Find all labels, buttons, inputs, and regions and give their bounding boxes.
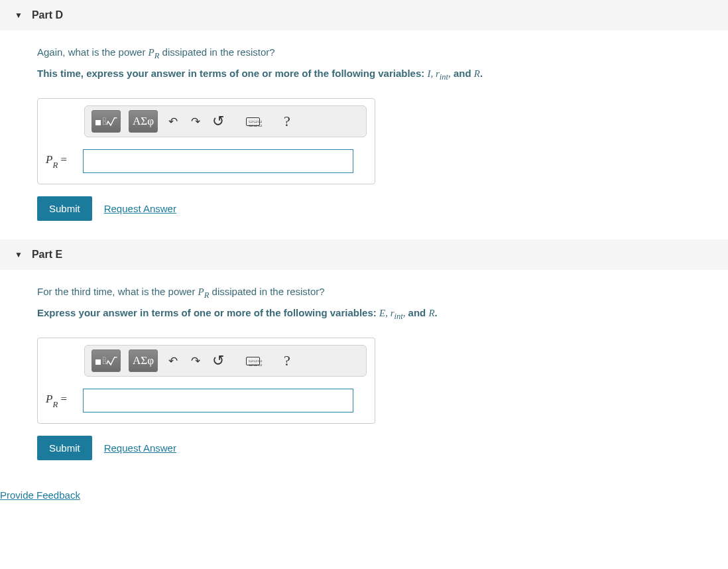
part-e-header[interactable]: ▼ Part E — [0, 239, 728, 270]
submit-button[interactable]: Submit — [37, 196, 92, 221]
answer-row: PR = — [46, 389, 367, 412]
undo-icon[interactable]: ↶ — [166, 353, 180, 368]
answer-input[interactable] — [83, 389, 353, 412]
help-icon[interactable]: ? — [280, 114, 294, 129]
part-d-actions: Submit Request Answer — [37, 196, 691, 221]
part-d-header[interactable]: ▼ Part D — [0, 0, 728, 31]
keyboard-icon[interactable]: ▭▭▭▭▭▭ — [245, 114, 260, 129]
part-d-title: Part D — [32, 9, 63, 21]
equation-toolbar: □□ ΑΣφ ↶ ↷ ↺ ▭▭▭▭▭▭ ? — [84, 345, 367, 377]
part-e-title: Part E — [32, 249, 62, 261]
redo-icon[interactable]: ↷ — [188, 114, 203, 129]
keyboard-icon[interactable]: ▭▭▭▭▭▭ — [245, 353, 260, 368]
svg-rect-4 — [95, 359, 101, 365]
part-e-actions: Submit Request Answer — [37, 436, 691, 460]
var-PR: PR — [198, 286, 210, 297]
submit-button[interactable]: Submit — [37, 436, 92, 460]
svg-rect-0 — [95, 120, 101, 125]
svg-rect-3 — [115, 117, 117, 118]
part-e-question: For the third time, what is the power PR… — [37, 286, 691, 300]
part-e-answer-pad: □□ ΑΣφ ↶ ↷ ↺ ▭▭▭▭▭▭ ? PR = — [37, 338, 375, 424]
part-e-body: For the third time, what is the power PR… — [0, 270, 728, 479]
request-answer-link[interactable]: Request Answer — [104, 203, 176, 214]
provide-feedback-link[interactable]: Provide Feedback — [0, 489, 80, 501]
answer-input[interactable] — [83, 149, 353, 173]
var-PR: PR — [149, 47, 160, 58]
redo-icon[interactable]: ↷ — [188, 353, 203, 368]
caret-icon: ▼ — [15, 250, 23, 259]
answer-row: PR = — [46, 149, 367, 173]
caret-icon: ▼ — [15, 11, 23, 20]
part-d-body: Again, what is the power PR dissipated i… — [0, 31, 728, 239]
svg-rect-7 — [115, 357, 117, 357]
greek-button[interactable]: ΑΣφ — [129, 349, 158, 372]
part-d-hint: This time, express your answer in terms … — [37, 68, 691, 82]
part-e-hint: Express your answer in terms of one or m… — [37, 307, 691, 322]
part-d-question: Again, what is the power PR dissipated i… — [37, 46, 691, 61]
feedback-row: Provide Feedback — [0, 489, 728, 511]
undo-icon[interactable]: ↶ — [166, 114, 180, 129]
reset-icon[interactable]: ↺ — [211, 114, 225, 129]
part-d-answer-pad: □□ ΑΣφ ↶ ↷ ↺ ▭▭▭▭▭▭ ? PR = — [37, 98, 375, 184]
equation-toolbar: □□ ΑΣφ ↶ ↷ ↺ ▭▭▭▭▭▭ ? — [84, 105, 367, 137]
help-icon[interactable]: ? — [280, 353, 294, 368]
answer-label: PR = — [46, 153, 78, 168]
templates-button[interactable]: □□ — [91, 349, 121, 372]
templates-button[interactable]: □□ — [91, 110, 121, 133]
reset-icon[interactable]: ↺ — [211, 353, 225, 368]
greek-button[interactable]: ΑΣφ — [129, 110, 158, 133]
answer-label: PR = — [46, 393, 78, 408]
request-answer-link[interactable]: Request Answer — [104, 442, 176, 454]
